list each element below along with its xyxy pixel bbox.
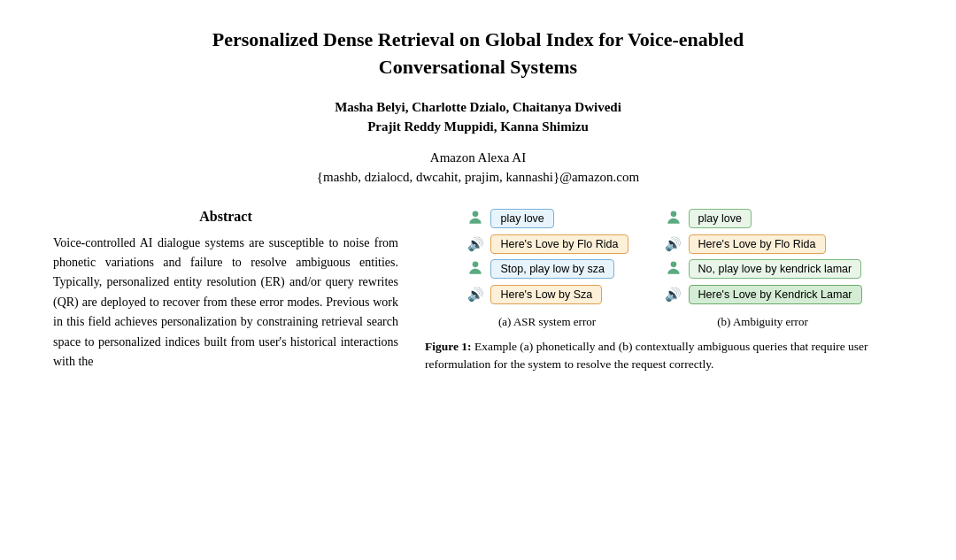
diag-b-row-1: play love — [664, 209, 752, 229]
svg-point-1 — [473, 261, 479, 267]
figure-number: Figure 1: — [425, 340, 472, 353]
bubble-a4: Here's Low by Sza — [490, 285, 602, 304]
diag-a-row-4: 🔊 Here's Low by Sza — [466, 285, 602, 304]
speaker-icon-b2: 🔊 — [664, 236, 683, 252]
diag-a-row-3: Stop, play low by sza — [466, 259, 613, 280]
figure-caption: Figure 1: Example (a) phonetically and (… — [425, 338, 903, 374]
bubble-a3: Stop, play low by sza — [490, 259, 613, 279]
svg-point-0 — [473, 211, 479, 217]
page: Personalized Dense Retrieval on Global I… — [0, 0, 956, 391]
abstract-body: Voice-controlled AI dialogue systems are… — [53, 234, 398, 372]
affiliation: Amazon Alexa AI {mashb, dzialocd, dwcahi… — [53, 148, 903, 188]
diagram-a-label: (a) ASR system error — [466, 315, 628, 329]
bubble-a1: play love — [490, 209, 553, 228]
figure-caption-text: Example (a) phonetically and (b) context… — [425, 340, 868, 371]
diag-a-row-1: play love — [466, 209, 553, 229]
bubble-b2: Here's Love by Flo Rida — [689, 234, 826, 254]
figure-section: play love 🔊 Here's Love by Flo Rida — [425, 209, 903, 374]
user-icon-b1 — [664, 209, 683, 229]
bubble-b3: No, play love by kendrick lamar — [689, 259, 862, 279]
speaker-icon-b4: 🔊 — [664, 287, 683, 303]
authors: Masha Belyi, Charlotte Dzialo, Chaitanya… — [53, 97, 903, 137]
diagrams-row: play love 🔊 Here's Love by Flo Rida — [425, 209, 903, 329]
speaker-icon-a4: 🔊 — [466, 287, 485, 303]
diag-a-row-2: 🔊 Here's Love by Flo Rida — [466, 234, 628, 254]
bubble-b1: play love — [689, 209, 752, 228]
user-icon-b3 — [664, 259, 683, 280]
bubble-b4: Here's Love by Kendrick Lamar — [689, 285, 862, 304]
paper-title: Personalized Dense Retrieval on Global I… — [53, 27, 903, 81]
diagram-b-label: (b) Ambiguity error — [664, 315, 862, 329]
user-icon-a3 — [466, 259, 485, 280]
main-content: Abstract Voice-controlled AI dialogue sy… — [53, 209, 903, 374]
bubble-a2: Here's Love by Flo Rida — [490, 234, 628, 254]
diag-b-row-4: 🔊 Here's Love by Kendrick Lamar — [664, 285, 862, 304]
abstract-heading: Abstract — [53, 209, 398, 225]
svg-point-2 — [670, 211, 676, 217]
speaker-icon-a2: 🔊 — [466, 236, 485, 252]
diag-b-row-3: No, play love by kendrick lamar — [664, 259, 862, 280]
diagram-a: play love 🔊 Here's Love by Flo Rida — [466, 209, 628, 329]
abstract-section: Abstract Voice-controlled AI dialogue sy… — [53, 209, 398, 372]
diagram-b: play love 🔊 Here's Love by Flo Rida — [664, 209, 862, 329]
svg-point-3 — [670, 261, 676, 267]
diag-b-row-2: 🔊 Here's Love by Flo Rida — [664, 234, 826, 254]
user-icon-a1 — [466, 209, 485, 229]
